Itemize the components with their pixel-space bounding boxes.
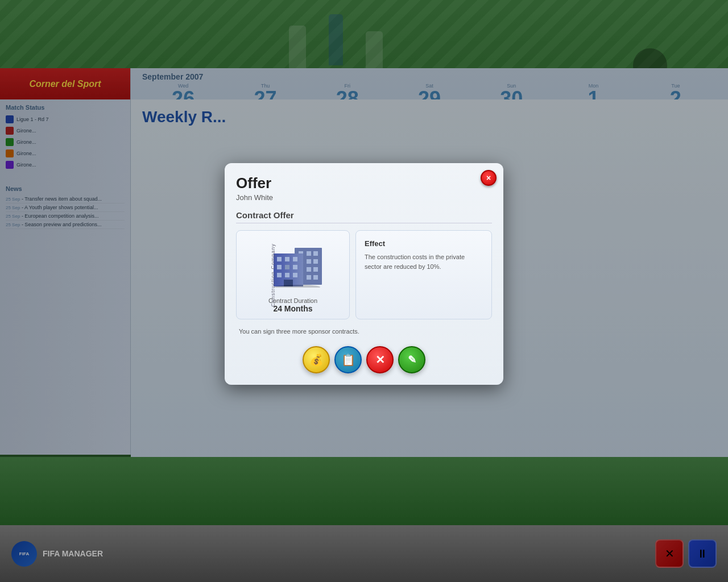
building-icon xyxy=(269,242,326,290)
svg-rect-16 xyxy=(277,257,282,261)
money-icon: 💰 xyxy=(309,353,324,367)
svg-rect-10 xyxy=(313,267,318,272)
company-name-vertical: Construction Company xyxy=(270,243,276,307)
sponsor-note: You can sign three more sponsor contract… xyxy=(236,328,492,335)
effect-description: The construction costs in the private se… xyxy=(365,252,483,271)
counter-icon: ✎ xyxy=(408,354,416,366)
decline-icon: ✕ xyxy=(375,353,385,367)
svg-rect-12 xyxy=(307,275,311,280)
svg-rect-3 xyxy=(307,251,311,256)
svg-rect-23 xyxy=(285,273,289,277)
effect-card: Effect The construction costs in the pri… xyxy=(355,230,492,319)
svg-rect-9 xyxy=(307,267,311,272)
modal-close-button[interactable]: × xyxy=(481,170,497,186)
svg-rect-19 xyxy=(277,265,282,269)
offer-cards: Construction Company xyxy=(236,230,492,319)
close-icon: × xyxy=(486,173,491,182)
svg-rect-13 xyxy=(313,275,318,280)
effect-title: Effect xyxy=(365,239,483,248)
modal-title: Offer xyxy=(236,174,492,192)
contract-icon: 📋 xyxy=(341,353,355,367)
counter-offer-button[interactable]: ✎ xyxy=(398,346,425,373)
svg-rect-24 xyxy=(293,273,297,277)
svg-rect-20 xyxy=(285,265,289,269)
contract-duration-value: 24 Months xyxy=(273,304,312,313)
contract-duration-label: Contract Duration xyxy=(268,297,317,304)
modal-overlay: × Offer John White Contract Offer Constr… xyxy=(0,0,728,582)
svg-rect-22 xyxy=(277,273,282,277)
offer-modal: × Offer John White Contract Offer Constr… xyxy=(225,163,503,385)
money-offer-button[interactable]: 💰 xyxy=(303,346,330,373)
svg-rect-21 xyxy=(293,265,297,269)
svg-rect-6 xyxy=(307,259,311,264)
svg-rect-7 xyxy=(313,259,318,264)
company-card: Construction Company xyxy=(236,230,350,319)
modal-subtitle: John White xyxy=(236,193,492,202)
svg-rect-18 xyxy=(293,257,297,261)
contract-offer-label: Contract Offer xyxy=(236,210,492,223)
svg-rect-17 xyxy=(285,257,289,261)
action-buttons: 💰 📋 ✕ ✎ xyxy=(236,346,492,373)
sign-contract-button[interactable]: 📋 xyxy=(334,346,362,373)
svg-rect-4 xyxy=(313,251,318,256)
decline-button[interactable]: ✕ xyxy=(366,346,394,373)
